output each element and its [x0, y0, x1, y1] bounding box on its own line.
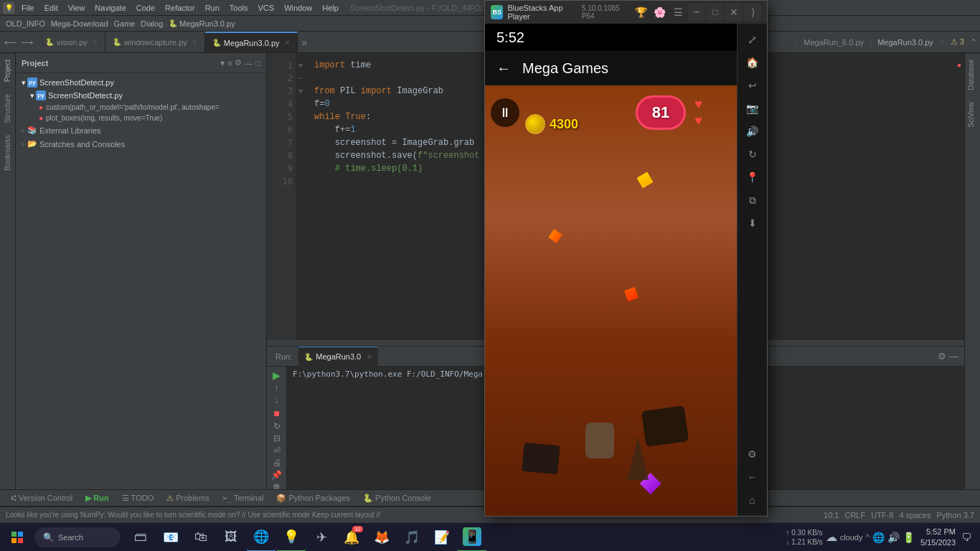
tray-chevron[interactable]: ^ — [865, 532, 870, 542]
taskbar-app-store[interactable]: 🛍 — [187, 523, 215, 552]
right-tab-1[interactable]: MegaRun_6.0.py — [799, 38, 868, 47]
bs-back2-icon[interactable]: ← — [743, 467, 763, 487]
taskbar-app-photos[interactable]: 🖼 — [217, 523, 245, 552]
project-minimize-icon[interactable]: — — [245, 59, 253, 67]
bt-run[interactable]: ▶ Run — [80, 489, 114, 507]
tree-error-1[interactable]: ● custom(path_or_model='path/to/model.pt… — [16, 102, 266, 113]
tree-scratches[interactable]: ▸ 📂 Scratches and Consoles — [16, 137, 266, 151]
tree-external-libs[interactable]: ▸ 📚 External Libraries — [16, 123, 266, 137]
tab-vision[interactable]: 🐍 vision.py ✕ — [38, 32, 105, 53]
bs-close-btn[interactable]: ✕ — [725, 4, 743, 21]
bs-locate-icon[interactable]: 📍 — [743, 167, 763, 187]
bt-terminal[interactable]: >_ Terminal — [217, 489, 270, 507]
run-filter-btn[interactable]: ⊟ — [273, 433, 281, 443]
taskbar-app-firefox[interactable]: 🦊 — [367, 523, 396, 552]
taskbar-app-notification[interactable]: 🔔 32 — [337, 523, 366, 552]
tab-megarun[interactable]: 🐍 MegaRun3.0.py ✕ — [205, 32, 298, 53]
menu-edit[interactable]: Edit — [40, 2, 62, 14]
bt-version-control[interactable]: ⑆ Version Control — [6, 489, 78, 507]
taskbar-app-mail[interactable]: 📧 — [156, 523, 185, 552]
breadcrumb-dialog[interactable]: Dialog — [141, 19, 163, 28]
tree-error-2[interactable]: ● plot_boxes(img, results, move=True) — [16, 113, 266, 123]
run-redirect-btn[interactable]: ↻ — [273, 421, 281, 431]
right-vtab-sciview[interactable]: SciView — [965, 96, 980, 133]
project-settings-icon[interactable]: ⚙ — [235, 58, 242, 67]
taskbar-app-widget[interactable]: 🗃 — [126, 523, 155, 552]
tree-item-root[interactable]: ▾ py ScreenShotDetect.py — [16, 76, 266, 89]
menu-code[interactable]: Code — [132, 2, 159, 14]
project-expand-icon[interactable]: □ — [255, 59, 260, 67]
bs-back-arrow[interactable]: ← — [496, 60, 511, 77]
breadcrumb-old-info[interactable]: OLD_INFO — [6, 19, 45, 28]
run-print-btn[interactable]: 🖨 — [273, 458, 281, 468]
run-tab-close[interactable]: ✕ — [367, 353, 372, 361]
notification-center[interactable]: 🗨 — [961, 532, 971, 543]
breadcrumb-file[interactable]: 🐍MegaRun3.0.py — [169, 19, 235, 28]
taskbar-app-telegram[interactable]: ✈ — [307, 523, 336, 552]
taskbar-search-box[interactable]: 🔍 Search — [34, 527, 121, 547]
taskbar-app-ide2[interactable]: 📝 — [428, 523, 456, 552]
tab-vision-close[interactable]: ✕ — [92, 38, 98, 46]
tab-windowcapture-close[interactable]: ✕ — [192, 38, 197, 46]
menu-help[interactable]: Help — [318, 2, 343, 14]
taskbar-app-bluestacks-tb[interactable]: 📱 — [458, 523, 486, 552]
bs-layers-icon[interactable]: ⧉ — [743, 190, 763, 210]
bt-problems[interactable]: ⚠ Problems — [161, 489, 215, 507]
right-panel-close[interactable]: ✕ — [939, 38, 945, 46]
bt-python-packages[interactable]: 📦 Python Packages — [270, 489, 356, 507]
bs-back-icon[interactable]: ↩ — [743, 75, 763, 95]
run-rerun-btn[interactable]: ▶ — [270, 369, 284, 381]
toolbar-icon-2[interactable]: ⟶ — [19, 36, 34, 49]
menu-window[interactable]: Window — [280, 2, 316, 14]
run-stop-btn[interactable]: ■ — [273, 408, 279, 419]
run-up-btn[interactable]: ↑ — [275, 383, 279, 393]
bs-refresh-icon[interactable]: ↻ — [743, 144, 763, 164]
bt-todo[interactable]: ☰ TODO — [116, 489, 160, 507]
bt-python-console[interactable]: 🐍 Python Console — [357, 489, 437, 507]
vtab-structure[interactable]: Structure — [1, 88, 14, 129]
bs-menu-btn[interactable]: ☰ — [669, 4, 687, 21]
project-collapse-icon[interactable]: ≡ — [227, 59, 232, 67]
bs-pause-btn[interactable]: ⏸ — [491, 98, 519, 127]
menu-file[interactable]: File — [17, 2, 39, 14]
bs-expand-icon[interactable]: ⤢ — [743, 29, 763, 50]
run-trash-btn[interactable]: 🗑 — [273, 482, 281, 489]
right-vtab-database[interactable]: Database — [965, 53, 980, 96]
run-wrap-btn[interactable]: ⏎ — [273, 446, 281, 456]
vtab-bookmarks[interactable]: Bookmarks — [1, 129, 14, 176]
tab-overflow[interactable]: » — [299, 37, 311, 48]
bs-home2-icon[interactable]: ⌂ — [743, 490, 763, 510]
toolbar-icon-1[interactable]: ⟵ — [3, 36, 18, 49]
taskbar-app-browser[interactable]: 🌐 — [247, 523, 275, 552]
vtab-project[interactable]: Project — [1, 53, 14, 88]
bs-flower-btn[interactable]: 🌸 — [651, 4, 668, 21]
bs-settings-icon[interactable]: ⚙ — [743, 444, 763, 464]
bs-screenshot-icon[interactable]: 📷 — [743, 98, 763, 118]
start-button[interactable] — [3, 523, 32, 552]
right-tab-2[interactable]: MegaRun3.0.py — [873, 38, 938, 47]
run-close-icon[interactable]: — — [949, 351, 958, 362]
run-active-tab[interactable]: 🐍 MegaRun3.0 ✕ — [298, 347, 378, 367]
menu-run[interactable]: Run — [201, 2, 224, 14]
tab-windowcapture[interactable]: 🐍 windowcapture.py ✕ — [105, 32, 205, 53]
bs-extra-btn[interactable]: ⟩ — [744, 4, 761, 21]
taskbar-app-music[interactable]: 🎵 — [397, 523, 426, 552]
bs-download-icon[interactable]: ⬇ — [743, 213, 763, 233]
breadcrumb-game[interactable]: Game — [113, 19, 135, 28]
menu-refactor[interactable]: Refactor — [161, 2, 199, 14]
menu-tools[interactable]: Tools — [225, 2, 253, 14]
run-down-btn[interactable]: ↓ — [275, 395, 279, 405]
tree-item-child[interactable]: ▾ py ScreenShotDetect.py — [16, 89, 266, 102]
breadcrumb-mega-download[interactable]: Mega-Download — [51, 19, 108, 28]
expand-icon[interactable]: ⌃ — [967, 37, 980, 47]
menu-vcs[interactable]: VCS — [254, 2, 279, 14]
bs-maximize-btn[interactable]: □ — [707, 4, 724, 21]
tab-megarun-close[interactable]: ✕ — [284, 39, 290, 47]
taskbar-app-pycharm[interactable]: 💡 — [277, 523, 306, 552]
project-dropdown-icon[interactable]: ▾ — [220, 58, 225, 68]
menu-navigate[interactable]: Navigate — [90, 2, 130, 14]
bs-home-icon[interactable]: 🏠 — [743, 52, 763, 72]
run-pin-btn[interactable]: 📌 — [271, 470, 282, 480]
bs-trophy-btn[interactable]: 🏆 — [632, 4, 649, 21]
menu-view[interactable]: View — [64, 2, 90, 14]
